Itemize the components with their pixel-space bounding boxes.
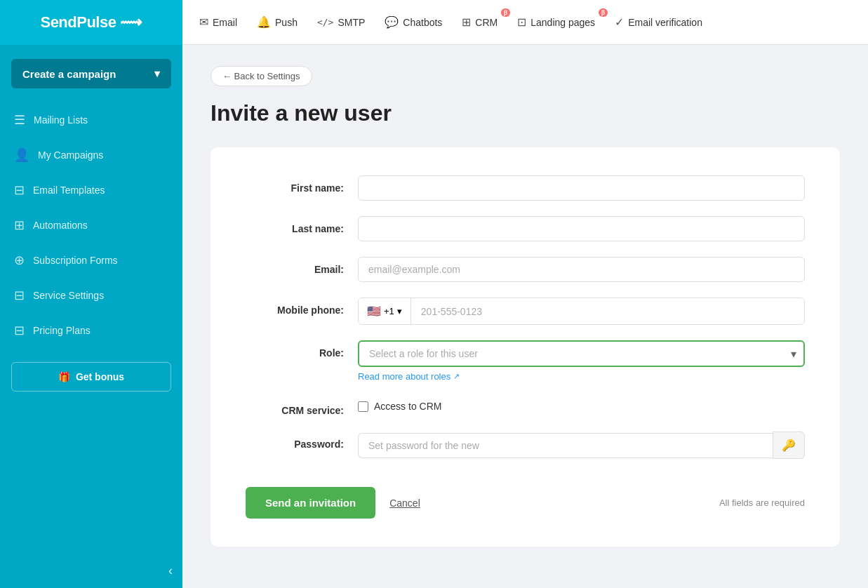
nav-landing[interactable]: ⊡ Landing pages β — [517, 15, 595, 29]
automations-icon: ⊞ — [14, 218, 25, 233]
page-title: Invite a new user — [211, 100, 840, 126]
create-campaign-button[interactable]: Create a campaign ▾ — [11, 59, 171, 88]
nav-push[interactable]: 🔔 Push — [257, 15, 298, 29]
push-icon: 🔔 — [257, 15, 271, 29]
sidebar: Create a campaign ▾ ☰ Mailing Lists 👤 My… — [0, 45, 182, 588]
read-more-roles-link[interactable]: Read more about roles ↗ — [358, 371, 460, 382]
service-settings-icon: ⊟ — [14, 288, 25, 303]
first-name-wrap — [358, 175, 805, 201]
cancel-link[interactable]: Cancel — [389, 497, 420, 509]
send-invitation-button[interactable]: Send an invitation — [246, 487, 375, 519]
role-label: Role: — [246, 340, 358, 359]
phone-wrap: 🇺🇸 +1 ▾ — [358, 298, 805, 325]
crm-wrap: Access to CRM — [358, 398, 805, 412]
nav-email-verify[interactable]: ✓ Email verification — [615, 15, 702, 29]
first-name-input[interactable] — [358, 175, 805, 201]
get-bonus-button[interactable]: 🎁 Get bonus — [11, 362, 171, 392]
email-verify-icon: ✓ — [615, 15, 624, 29]
crm-access-checkbox[interactable] — [358, 401, 368, 412]
collapse-icon: ‹ — [168, 563, 173, 577]
email-templates-icon: ⊟ — [14, 182, 25, 198]
invite-user-form: First name: Last name: Email: — [211, 147, 840, 547]
dropdown-icon: ▾ — [154, 67, 160, 80]
subscription-forms-icon: ⊕ — [14, 253, 25, 268]
chatbots-icon: 💬 — [385, 15, 399, 29]
my-campaigns-icon: 👤 — [14, 147, 29, 163]
crm-access-label: Access to CRM — [374, 401, 441, 412]
email-row: Email: — [246, 257, 805, 282]
last-name-input[interactable] — [358, 216, 805, 241]
password-control-wrap: 🔑 — [358, 432, 805, 459]
top-navigation: ✉ Email 🔔 Push </> SMTP 💬 Chatbots ⊞ CRM… — [199, 15, 702, 29]
mobile-phone-row: Mobile phone: 🇺🇸 +1 ▾ — [246, 298, 805, 325]
first-name-label: First name: — [246, 175, 358, 194]
gift-icon: 🎁 — [58, 371, 70, 382]
sidebar-collapse-button[interactable]: ‹ — [0, 554, 182, 588]
nav-smtp[interactable]: </> SMTP — [317, 17, 365, 28]
sidebar-item-automations[interactable]: ⊞ Automations — [0, 208, 182, 243]
sidebar-item-subscription-forms[interactable]: ⊕ Subscription Forms — [0, 243, 182, 278]
first-name-row: First name: — [246, 175, 805, 201]
password-row: Password: 🔑 — [246, 432, 805, 459]
sidebar-item-service-settings[interactable]: ⊟ Service Settings — [0, 278, 182, 313]
last-name-row: Last name: — [246, 216, 805, 241]
password-label: Password: — [246, 432, 358, 450]
phone-dropdown-icon: ▾ — [397, 306, 402, 316]
crm-icon: ⊞ — [462, 15, 471, 29]
external-link-icon: ↗ — [453, 372, 460, 381]
last-name-wrap — [358, 216, 805, 241]
email-wrap — [358, 257, 805, 282]
crm-beta-badge: β — [501, 8, 511, 17]
key-icon: 🔑 — [782, 439, 796, 451]
mailing-lists-icon: ☰ — [14, 112, 25, 128]
password-input[interactable] — [358, 433, 773, 458]
phone-input[interactable] — [411, 298, 804, 324]
back-to-settings-link[interactable]: ← Back to Settings — [211, 66, 312, 86]
us-flag-icon: 🇺🇸 — [367, 305, 381, 318]
sidebar-navigation: ☰ Mailing Lists 👤 My Campaigns ⊟ Email T… — [0, 102, 182, 348]
main-content: ← Back to Settings Invite a new user Fir… — [182, 45, 868, 588]
phone-country-selector[interactable]: 🇺🇸 +1 ▾ — [359, 298, 411, 324]
pricing-plans-icon: ⊟ — [14, 323, 25, 338]
email-label: Email: — [246, 257, 358, 275]
email-input[interactable] — [358, 257, 805, 282]
landing-icon: ⊡ — [517, 15, 526, 29]
role-select[interactable]: Select a role for this user Admin Manage… — [358, 340, 805, 367]
crm-service-label: CRM service: — [246, 398, 358, 416]
form-actions: Send an invitation Cancel All fields are… — [246, 487, 805, 519]
logo-text: SendPulse ⟿ — [40, 13, 142, 32]
password-generate-button[interactable]: 🔑 — [773, 432, 805, 459]
sidebar-item-email-templates[interactable]: ⊟ Email Templates — [0, 173, 182, 208]
mobile-phone-label: Mobile phone: — [246, 298, 358, 316]
nav-email[interactable]: ✉ Email — [199, 15, 237, 29]
email-icon: ✉ — [199, 15, 208, 29]
crm-service-row: CRM service: Access to CRM — [246, 398, 805, 416]
smtp-icon: </> — [317, 17, 333, 27]
sidebar-item-pricing-plans[interactable]: ⊟ Pricing Plans — [0, 313, 182, 348]
required-note: All fields are required — [719, 497, 805, 508]
logo: SendPulse ⟿ — [0, 0, 182, 45]
role-row: Role: Select a role for this user Admin … — [246, 340, 805, 382]
last-name-label: Last name: — [246, 216, 358, 234]
nav-chatbots[interactable]: 💬 Chatbots — [385, 15, 442, 29]
role-wrap: Select a role for this user Admin Manage… — [358, 340, 805, 382]
sidebar-item-my-campaigns[interactable]: 👤 My Campaigns — [0, 138, 182, 173]
sidebar-item-mailing-lists[interactable]: ☰ Mailing Lists — [0, 102, 182, 138]
nav-crm[interactable]: ⊞ CRM β — [462, 15, 498, 29]
landing-beta-badge: β — [599, 8, 608, 17]
